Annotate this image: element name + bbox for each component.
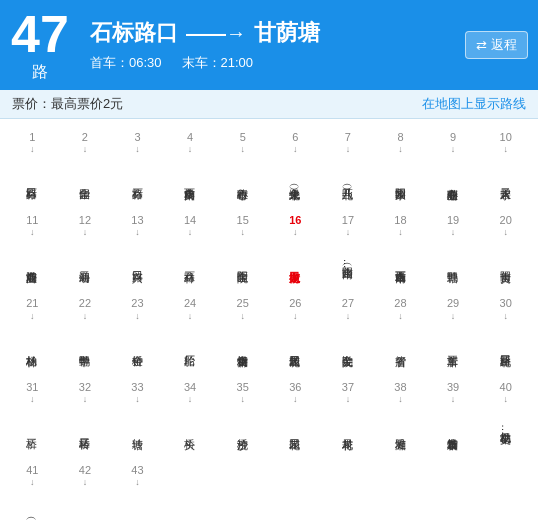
stop-cell[interactable]: 14↓石林路 [164, 210, 217, 293]
stop-number: 19 [447, 214, 459, 227]
route-number: 47 [11, 8, 69, 60]
stop-cell[interactable]: 29↓三车管所 [427, 293, 480, 376]
stop-number: 15 [237, 214, 249, 227]
stop-number: 29 [447, 297, 459, 310]
stop-name: 湘雅堤 [393, 404, 407, 456]
stop-direction: ↓ [83, 477, 88, 487]
last-bus: 末车：21:00 [182, 54, 254, 72]
stop-cell[interactable]: 9↓新瑞商业中心 [427, 127, 480, 210]
stop-cell[interactable]: 33↓转塘 [111, 377, 164, 460]
stop-name: 八匹马（北） [341, 154, 355, 206]
stop-cell[interactable]: 30↓三桥北路口 [479, 293, 532, 376]
stop-name: 市行政中心 [236, 154, 250, 206]
stop-cell[interactable]: 3↓石标路 [111, 127, 164, 210]
stop-cell[interactable]: 40↓机动车交易… [479, 377, 532, 460]
stop-cell[interactable]: 26↓天然居花园 [269, 293, 322, 376]
stop-cell[interactable]: 36↓花果园 [269, 377, 322, 460]
stop-cell[interactable]: 19↓野鸭塘 [427, 210, 480, 293]
stop-cell[interactable]: 34↓头桥 [164, 377, 217, 460]
stop-name: 石标路 [130, 154, 144, 206]
stop-cell[interactable]: 5↓市行政中心 [216, 127, 269, 210]
stop-name: 野鸭中学 [78, 321, 92, 373]
stop-number: 40 [500, 381, 512, 394]
stop-direction: ↓ [30, 311, 35, 321]
stop-direction: ↓ [398, 227, 403, 237]
stop-cell[interactable]: 42↓通银配件城 [59, 460, 112, 520]
stop-cell[interactable]: 6↓绿色未来（北） [269, 127, 322, 210]
stop-direction: ↓ [346, 394, 351, 404]
stop-name: 黎阳家园 [393, 154, 407, 206]
stop-direction: ↓ [503, 394, 508, 404]
stop-direction: ↓ [135, 311, 140, 321]
stop-number: 21 [26, 297, 38, 310]
stop-name: 三桥二转 [78, 404, 92, 456]
stop-cell[interactable]: 12↓碧海二幼 [59, 210, 112, 293]
stop-direction: ↓ [135, 477, 140, 487]
stop-cell[interactable]: 13↓兴云路口 [111, 210, 164, 293]
stop-number: 4 [187, 131, 193, 144]
stop-cell[interactable]: 23↓金钟桥 [111, 293, 164, 376]
stop-cell[interactable]: 25↓金关钢材市场 [216, 293, 269, 376]
stop-cell[interactable]: 18↓西南五金市场 [374, 210, 427, 293]
stop-direction: ↓ [188, 227, 193, 237]
stop-cell[interactable]: 31↓三桥 [6, 377, 59, 460]
stop-cell[interactable]: 11↓碧海商业广场 [6, 210, 59, 293]
stop-name: 电建（公司） [25, 487, 39, 520]
stop-cell[interactable]: 15↓金阳医院 [216, 210, 269, 293]
stop-cell[interactable]: 7↓八匹马（北） [322, 127, 375, 210]
stop-direction: ↓ [451, 227, 456, 237]
stop-cell[interactable]: 2↓金华园 [59, 127, 112, 210]
stop-name: 天然居花园 [288, 321, 302, 373]
stop-direction: ↓ [503, 144, 508, 154]
stop-number: 16 [289, 214, 301, 227]
stop-cell[interactable]: 35↓浣沙桥 [216, 377, 269, 460]
stop-cell[interactable]: 37↓花果村 [322, 377, 375, 460]
stop-direction: ↓ [30, 144, 35, 154]
stop-direction: ↓ [30, 227, 35, 237]
stop-number: 33 [131, 381, 143, 394]
stop-direction: ↓ [293, 394, 298, 404]
stop-name: 石林路 [183, 237, 197, 289]
stop-cell[interactable]: 38↓湘雅堤 [374, 377, 427, 460]
stop-number: 8 [397, 131, 403, 144]
stop-cell[interactable]: 4↓西南美食广场 [164, 127, 217, 210]
stop-cell[interactable]: 22↓野鸭中学 [59, 293, 112, 376]
stop-direction: ↓ [346, 311, 351, 321]
stop-name: 轮胎厂 [183, 321, 197, 373]
stop-number: 26 [289, 297, 301, 310]
stop-number: 27 [342, 297, 354, 310]
stop-direction: ↓ [83, 227, 88, 237]
stop-name: 金华园 [78, 154, 92, 206]
stop-name: 头桥 [183, 404, 197, 456]
first-bus: 首车：06:30 [90, 54, 162, 72]
stop-cell[interactable]: 21↓柏杨林 [6, 293, 59, 376]
stop-cell[interactable]: 43↓甘荫塘 [111, 460, 164, 520]
stop-cell[interactable]: 41↓电建（公司） [6, 460, 59, 520]
stop-direction: ↓ [240, 227, 245, 237]
stop-name: 龙泉街口 [288, 237, 302, 289]
stop-name: 金关勘院 [341, 321, 355, 373]
stop-cell[interactable]: 24↓轮胎厂 [164, 293, 217, 376]
stop-number: 23 [131, 297, 143, 310]
stop-number: 6 [292, 131, 298, 144]
stop-cell[interactable]: 8↓黎阳家园 [374, 127, 427, 210]
stop-direction: ↓ [451, 144, 456, 154]
stop-cell[interactable]: 17↓金阳南路（... [322, 210, 375, 293]
stop-direction: ↓ [293, 144, 298, 154]
stop-cell[interactable]: 27↓金关勘院 [322, 293, 375, 376]
stop-cell[interactable]: 32↓三桥二转 [59, 377, 112, 460]
stop-number: 35 [237, 381, 249, 394]
route-times: 首车：06:30 末车：21:00 [90, 54, 455, 72]
stop-cell[interactable]: 39↓新发装饰市场 [427, 377, 480, 460]
stop-cell[interactable]: 28↓省管所 [374, 293, 427, 376]
stop-cell[interactable]: 1↓石标路口 [6, 127, 59, 210]
stop-number: 32 [79, 381, 91, 394]
stop-cell[interactable]: 20↓贵阳首大 [479, 210, 532, 293]
stop-cell[interactable]: 10↓碧水云天 [479, 127, 532, 210]
stop-number: 13 [131, 214, 143, 227]
return-button[interactable]: ⇄ 返程 [465, 31, 528, 59]
header: 47 路 石标路口 ——→ 甘荫塘 首车：06:30 末车：21:00 ⇄ 返程 [0, 0, 538, 90]
stop-cell[interactable]: 16↓龙泉街口 [269, 210, 322, 293]
stops-container: 1↓石标路口2↓金华园3↓石标路4↓西南美食广场5↓市行政中心6↓绿色未来（北）… [0, 119, 538, 520]
map-link[interactable]: 在地图上显示路线 [422, 95, 526, 113]
